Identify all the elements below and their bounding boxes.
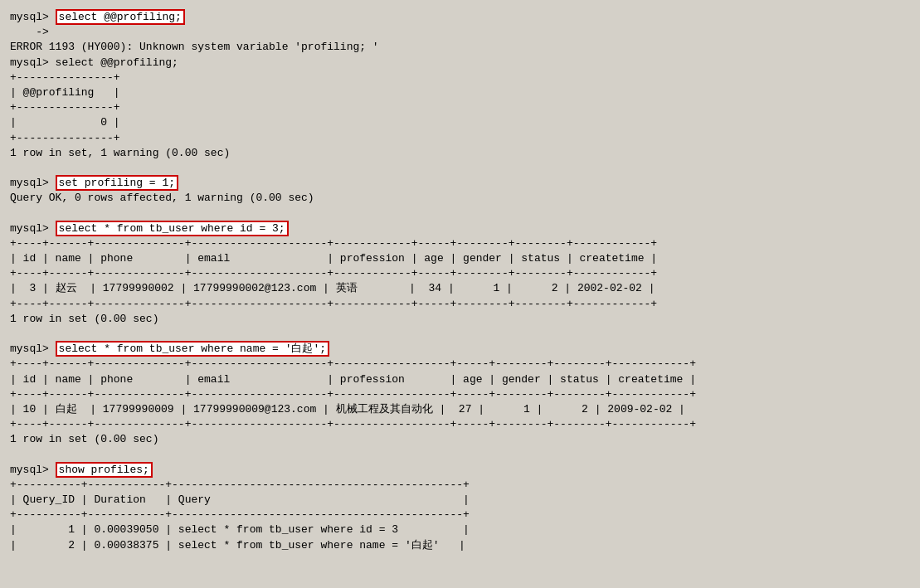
- command-text: show profiles;: [56, 462, 153, 478]
- terminal-line: [10, 206, 910, 221]
- terminal-line: [10, 327, 910, 342]
- terminal-line: +----+------+--------------+------------…: [10, 236, 910, 251]
- terminal-line: +----+------+--------------+------------…: [10, 297, 910, 312]
- terminal-line: | Query_ID | Duration | Query |: [10, 493, 910, 508]
- terminal-line: mysql> select * from tb_user where id = …: [10, 221, 910, 236]
- prompt: mysql>: [10, 11, 56, 23]
- terminal-line: +---------------+: [10, 100, 910, 115]
- terminal-line: 1 row in set (0.00 sec): [10, 432, 910, 447]
- terminal-line: mysql> select * from tb_user where name …: [10, 342, 910, 357]
- terminal-line: | 2 | 0.00038375 | select * from tb_user…: [10, 538, 910, 553]
- terminal-line: +----+------+--------------+------------…: [10, 387, 910, 402]
- terminal-line: | 0 |: [10, 115, 910, 130]
- terminal-line: Query OK, 0 rows affected, 1 warning (0.…: [10, 191, 910, 206]
- terminal-line: ->: [10, 25, 910, 40]
- prompt: mysql>: [10, 222, 56, 235]
- terminal-line: +----+------+--------------+------------…: [10, 417, 910, 432]
- terminal-line: +----------+------------+---------------…: [10, 508, 910, 522]
- prompt: mysql>: [10, 177, 56, 189]
- terminal-line: [10, 161, 910, 176]
- command-text: select @@profiling;: [56, 9, 185, 25]
- terminal-line: | 3 | 赵云 | 17799990002 | 17799990002@123…: [10, 281, 910, 296]
- terminal-line: +---------------+: [10, 70, 910, 85]
- prompt: mysql>: [10, 464, 56, 476]
- prompt: mysql>: [10, 343, 56, 355]
- terminal-line: mysql> select @@profiling;: [10, 10, 910, 25]
- terminal-line: mysql> select @@profiling;: [10, 56, 910, 70]
- terminal-line: 1 row in set, 1 warning (0.00 sec): [10, 146, 910, 161]
- terminal-line: 1 row in set (0.00 sec): [10, 312, 910, 327]
- terminal-line: +----+------+--------------+------------…: [10, 266, 910, 281]
- terminal-line: | id | name | phone | email | profession…: [10, 372, 910, 387]
- terminal-line: | 1 | 0.00039050 | select * from tb_user…: [10, 522, 910, 537]
- terminal-line: +----+------+--------------+------------…: [10, 357, 910, 372]
- command-text: set profiling = 1;: [56, 175, 178, 191]
- terminal-line: | 10 | 白起 | 17799990009 | 17799990009@12…: [10, 402, 910, 417]
- terminal-line: [10, 447, 910, 462]
- terminal-line: | id | name | phone | email | profession…: [10, 251, 910, 266]
- terminal-line: +----------+------------+---------------…: [10, 478, 910, 493]
- terminal: mysql> select @@profiling; ->ERROR 1193 …: [7, 7, 913, 556]
- terminal-line: | @@profiling |: [10, 85, 910, 100]
- terminal-line: +---------------+: [10, 131, 910, 146]
- terminal-line: ERROR 1193 (HY000): Unknown system varia…: [10, 40, 910, 55]
- terminal-line: mysql> set profiling = 1;: [10, 176, 910, 191]
- command-text: select * from tb_user where name = '白起';: [56, 341, 329, 357]
- terminal-line: mysql> show profiles;: [10, 463, 910, 478]
- command-text: select * from tb_user where id = 3;: [56, 221, 289, 236]
